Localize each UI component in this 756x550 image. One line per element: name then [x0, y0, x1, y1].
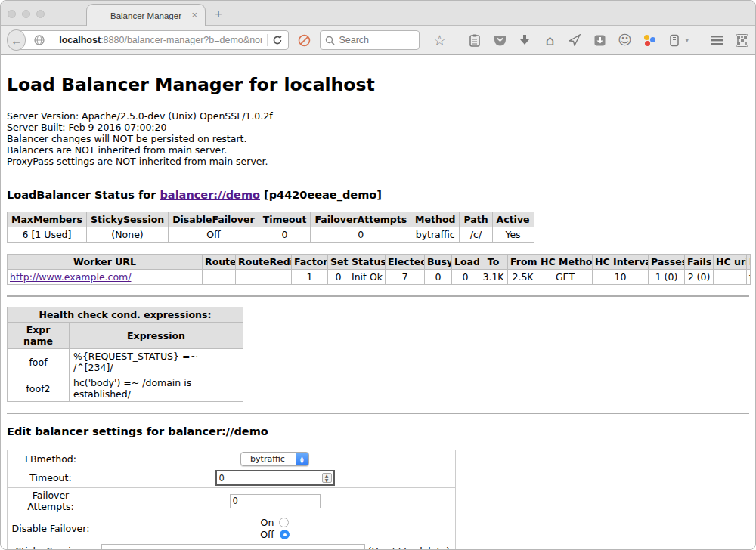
inherit-note-line: Balancers are NOT inherited from main se… [7, 144, 749, 156]
save-to-device-icon[interactable] [592, 32, 607, 48]
table-cell: 1 [292, 270, 328, 285]
number-spinner-icon[interactable]: ▲▼ [322, 473, 332, 483]
proxypass-note-line: ProxyPass settings are NOT inherited fro… [7, 156, 749, 167]
table-cell: Init Ok [349, 270, 386, 285]
worker-url-link[interactable]: http://www.example.com/ [10, 271, 131, 283]
table-cell: /c/ [460, 227, 492, 243]
form-row-timeout: Timeout: ▲▼ [8, 468, 456, 488]
back-button[interactable]: ← [7, 29, 26, 51]
balancer-demo-link[interactable]: balancer://demo [160, 189, 260, 201]
send-tab-icon[interactable] [567, 32, 582, 48]
table-cell: (None) [86, 227, 168, 243]
table-row: foof2 hc('body') =~ /domain is establish… [8, 375, 243, 402]
navigation-toolbar: ← localhost:8880/balancer-manager?b=demo… [1, 26, 755, 55]
table-header-row: Expr name Expression [8, 323, 243, 349]
table-row: 6 [1 Used] (None) Off 0 0 bytraffic /c/ … [8, 227, 534, 243]
column-header: To [479, 255, 508, 270]
column-header: HC Expr [747, 255, 751, 270]
lbmethod-selected-value: bytraffic [241, 454, 296, 464]
table-cell: http://www.example.com/ [8, 270, 203, 285]
column-header: HC uri [714, 255, 747, 270]
page-title: Load Balancer Manager for localhost [7, 55, 749, 95]
bookmark-star-icon[interactable]: ☆ [432, 32, 447, 48]
url-domain: localhost [59, 35, 101, 45]
failover-attempts-input[interactable] [230, 494, 321, 508]
table-cell: foof2 [747, 270, 751, 285]
disable-failover-label: Disable Failover: [8, 514, 94, 542]
lbmethod-label: LBmethod: [8, 450, 94, 468]
browser-window: Balancer Manager × + ← localhost:8880/ba… [0, 0, 756, 550]
table-cell: 0 [259, 227, 311, 243]
table-cell: GET [538, 270, 593, 285]
pocket-icon[interactable] [492, 32, 507, 48]
edit-balancer-form: LBmethod: bytraffic ▲▼ Timeout: ▲▼ [7, 450, 456, 550]
globe-site-icon[interactable] [34, 35, 45, 45]
table-row: http://www.example.com/ 1 0 Init Ok 7 0 … [8, 270, 751, 285]
url-bar[interactable]: localhost:8880/balancer-manager?b=demo&n… [18, 30, 289, 50]
tab-close-icon[interactable]: × [191, 9, 197, 20]
failover-attempts-label: Failover Attempts: [8, 488, 94, 514]
tab-bar: Balancer Manager × + [1, 1, 755, 26]
table-cell: foof [8, 349, 70, 375]
table-cell: 0 [328, 270, 349, 285]
search-input[interactable] [339, 35, 414, 45]
section-divider [7, 412, 749, 414]
table-cell: Yes [492, 227, 534, 243]
menu-hamburger-icon[interactable] [709, 32, 724, 48]
radio-on-label: On [261, 517, 274, 528]
pixel-extension-icon[interactable] [734, 32, 749, 48]
table-cell: 6 [1 Used] [8, 227, 87, 243]
table-cell [236, 270, 292, 285]
column-header: Expression [70, 323, 243, 349]
status-heading-prefix: LoadBalancer Status for [7, 189, 160, 201]
table-cell: 0 [425, 270, 452, 285]
home-icon[interactable]: ⌂ [542, 32, 557, 48]
search-bar[interactable] [320, 30, 420, 50]
container-extension-icon[interactable] [667, 32, 682, 48]
table-cell: 2.5K [508, 270, 538, 285]
close-window-button[interactable] [8, 10, 16, 18]
timeout-label: Timeout: [8, 468, 94, 488]
status-heading-suffix: [p4420eeae_demo] [260, 189, 382, 201]
column-header: HC Method [538, 255, 593, 270]
minimize-window-button[interactable] [22, 10, 30, 18]
timeout-input[interactable] [215, 470, 335, 486]
window-controls [8, 10, 45, 18]
column-header: Status [349, 255, 386, 270]
toolbar-buttons: ☆ ⌂ ☺ ▾ [432, 32, 749, 48]
reload-icon[interactable] [272, 35, 283, 45]
chat-smiley-icon[interactable]: ☺ [617, 32, 632, 48]
page-content: Load Balancer Manager for localhost Serv… [1, 55, 755, 550]
table-cell: hc('body') =~ /domain is established/ [70, 375, 243, 402]
download-icon[interactable] [517, 32, 532, 48]
column-header: Busy [425, 255, 452, 270]
content-blocked-icon[interactable] [298, 33, 311, 48]
zoom-window-button[interactable] [36, 10, 45, 18]
balancer-summary-table: MaxMembers StickySession DisableFailover… [7, 212, 534, 243]
table-header-row: Health check cond. expressions: [8, 307, 243, 323]
color-dots-extension-icon[interactable] [642, 32, 657, 48]
radio-on[interactable] [279, 518, 289, 527]
column-header: DisableFailover [169, 212, 259, 227]
lbmethod-select[interactable]: bytraffic ▲▼ [240, 452, 309, 466]
new-tab-button[interactable]: + [215, 7, 222, 22]
health-check-table: Health check cond. expressions: Expr nam… [7, 307, 243, 402]
radio-off[interactable] [280, 530, 290, 539]
section-divider [7, 295, 749, 297]
tab-title: Balancer Manager [110, 11, 181, 20]
table-cell: 0 [311, 227, 411, 243]
table-header-row: MaxMembers StickySession DisableFailover… [8, 212, 534, 227]
server-version-line: Server Version: Apache/2.5.0-dev (Unix) … [7, 110, 749, 122]
url-text[interactable]: localhost:8880/balancer-manager?b=demo&n… [59, 35, 262, 45]
table-row: foof %{REQUEST_STATUS} =~ /^[234]/ [8, 349, 243, 375]
table-cell: 3.1K [479, 270, 508, 285]
table-cell: 2 (0) [685, 270, 714, 285]
tab-balancer-manager[interactable]: Balancer Manager × [86, 4, 206, 26]
sticky-session-input[interactable] [101, 544, 365, 550]
column-header: Method [411, 212, 460, 227]
table-cell: 10 [593, 270, 649, 285]
chevron-down-icon[interactable]: ▾ [685, 36, 689, 44]
column-header: Load [452, 255, 479, 270]
clipboard-icon[interactable] [467, 32, 482, 48]
table-cell [203, 270, 236, 285]
